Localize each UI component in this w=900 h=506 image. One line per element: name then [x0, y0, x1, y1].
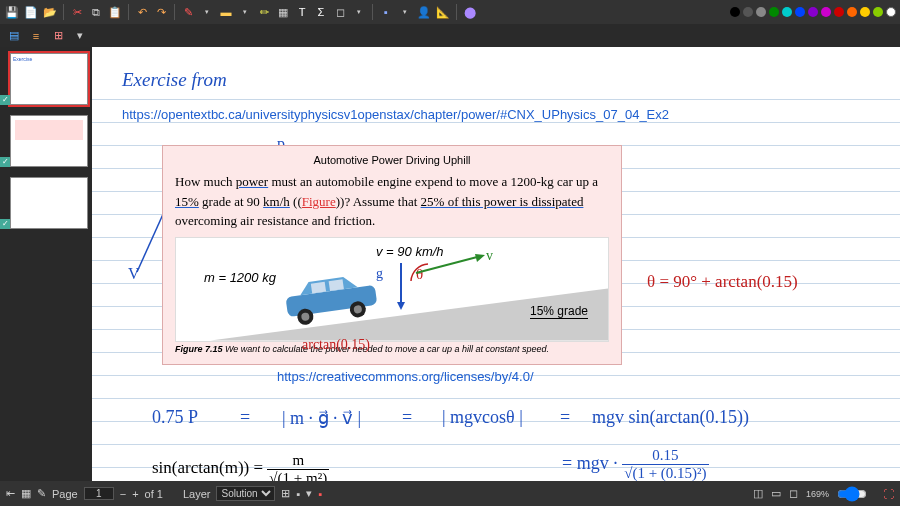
- layers-panel-icon[interactable]: ▦: [21, 487, 31, 500]
- select-icon[interactable]: ◻: [332, 4, 348, 20]
- thumbnail-sidebar: Exercise✓ ✓ ✓: [0, 47, 92, 481]
- color-swatch[interactable]: [730, 7, 740, 17]
- misc-icon[interactable]: ⬤: [462, 4, 478, 20]
- eq1-lhs: 0.75 P: [152, 407, 198, 428]
- diagram: v = 90 km/h m = 1200 kg 15% grade g θ: [175, 237, 609, 342]
- zoom-value: 169%: [806, 489, 829, 499]
- status-bar: ⇤ ▦ ✎ Page − + of 1 Layer Solution ⊞ ▪ ▾…: [0, 481, 900, 506]
- layer-tool-icon[interactable]: ▪: [318, 488, 322, 500]
- main-toolbar: 💾 📄 📂 ✂ ⧉ 📋 ↶ ↷ ✎ ▾ ▬ ▾ ✏ ▦ T Σ ◻ ▾ ▪ ▾ …: [0, 0, 900, 24]
- page-thumbnail[interactable]: [10, 177, 88, 229]
- dropdown-icon[interactable]: ▾: [199, 4, 215, 20]
- layer-tool-icon[interactable]: ▪: [296, 488, 300, 500]
- color-swatch[interactable]: [808, 7, 818, 17]
- color-palette: [730, 7, 896, 17]
- math-icon[interactable]: Σ: [313, 4, 329, 20]
- svg-marker-14: [397, 302, 405, 310]
- velocity-label: v = 90 km/h: [376, 244, 444, 259]
- annotations-icon[interactable]: ✎: [37, 487, 46, 500]
- save-icon[interactable]: 💾: [4, 4, 20, 20]
- paste-icon[interactable]: 📋: [107, 4, 123, 20]
- annotation-arctan: arctan(0.15): [302, 337, 370, 353]
- page-prev-icon[interactable]: −: [120, 488, 126, 500]
- color-swatch[interactable]: [834, 7, 844, 17]
- layer-select[interactable]: Solution: [216, 486, 275, 501]
- figure-link[interactable]: Figure: [302, 194, 336, 209]
- cut-icon[interactable]: ✂: [69, 4, 85, 20]
- annotation-g: g: [376, 266, 383, 282]
- open-icon[interactable]: 📂: [42, 4, 58, 20]
- fill-icon[interactable]: ▪: [378, 4, 394, 20]
- page-input[interactable]: [84, 487, 114, 500]
- eq1-p2: | mgvcosθ |: [442, 407, 523, 428]
- page-thumbnail[interactable]: Exercise: [10, 53, 88, 105]
- fullscreen-icon[interactable]: ⛶: [883, 488, 894, 500]
- eq1-p1: | m · g⃗ · v⃗ |: [282, 407, 361, 429]
- color-swatch[interactable]: [795, 7, 805, 17]
- figure-caption: Figure 7.15 We want to calculate the pow…: [175, 344, 609, 354]
- annotation-theta: θ: [416, 266, 423, 283]
- check-icon: ✓: [0, 157, 10, 167]
- color-swatch[interactable]: [743, 7, 753, 17]
- highlighter-icon[interactable]: ✏: [256, 4, 272, 20]
- ruler-icon[interactable]: 📐: [435, 4, 451, 20]
- secondary-toolbar: ▤ ≡ ⊞ ▾: [0, 24, 900, 47]
- page-next-icon[interactable]: +: [132, 488, 138, 500]
- undo-icon[interactable]: ↶: [134, 4, 150, 20]
- page-label: Page: [52, 488, 78, 500]
- problem-header: Automotive Power Driving Uphill: [175, 154, 609, 166]
- layers-icon[interactable]: ▤: [6, 28, 22, 44]
- canvas-area[interactable]: Exercise from https://opentextbc.ca/univ…: [92, 47, 900, 481]
- dropdown-icon[interactable]: ▾: [351, 4, 367, 20]
- page-of-label: of 1: [145, 488, 163, 500]
- eraser-icon[interactable]: ▬: [218, 4, 234, 20]
- shapes-icon[interactable]: ▦: [275, 4, 291, 20]
- color-swatch[interactable]: [873, 7, 883, 17]
- stack-icon[interactable]: ≡: [28, 28, 44, 44]
- color-swatch[interactable]: [860, 7, 870, 17]
- color-swatch[interactable]: [847, 7, 857, 17]
- layer-label: Layer: [183, 488, 211, 500]
- view-mode-icon[interactable]: ◫: [753, 487, 763, 500]
- down-icon[interactable]: ▾: [72, 28, 88, 44]
- grid-icon[interactable]: ⊞: [50, 28, 66, 44]
- pen-icon[interactable]: ✎: [180, 4, 196, 20]
- new-doc-icon[interactable]: 📄: [23, 4, 39, 20]
- eq-sign: =: [240, 407, 250, 428]
- page-thumbnail[interactable]: [10, 115, 88, 167]
- svg-marker-16: [475, 254, 485, 262]
- image-icon[interactable]: 👤: [416, 4, 432, 20]
- color-swatch[interactable]: [886, 7, 896, 17]
- text-icon[interactable]: T: [294, 4, 310, 20]
- zoom-slider[interactable]: [837, 485, 867, 503]
- source-link[interactable]: https://opentextbc.ca/universityphysicsv…: [122, 107, 669, 122]
- check-icon: ✓: [0, 219, 10, 229]
- dropdown-icon[interactable]: ▾: [237, 4, 253, 20]
- problem-box: Automotive Power Driving Uphill How much…: [162, 145, 622, 365]
- layer-tool-icon[interactable]: ⊞: [281, 487, 290, 500]
- eq1-p3: mgv sin(arctan(0.15)): [592, 407, 749, 428]
- view-mode-icon[interactable]: ◻: [789, 487, 798, 500]
- redo-icon[interactable]: ↷: [153, 4, 169, 20]
- color-swatch[interactable]: [782, 7, 792, 17]
- g-vector: [391, 258, 411, 313]
- check-icon: ✓: [0, 95, 10, 105]
- mass-label: m = 1200 kg: [204, 270, 276, 285]
- view-mode-icon[interactable]: ▭: [771, 487, 781, 500]
- eq-sign: =: [402, 407, 412, 428]
- title-text: Exercise from: [122, 69, 227, 91]
- copy-icon[interactable]: ⧉: [88, 4, 104, 20]
- cc-link[interactable]: https://creativecommons.org/licenses/by/…: [277, 369, 534, 384]
- nav-first-icon[interactable]: ⇤: [6, 487, 15, 500]
- eq-sign: =: [560, 407, 570, 428]
- dropdown-icon[interactable]: ▾: [397, 4, 413, 20]
- color-swatch[interactable]: [769, 7, 779, 17]
- color-swatch[interactable]: [821, 7, 831, 17]
- grade-label: 15% grade: [530, 304, 588, 319]
- eq3: = mgv · 0.15√(1 + (0.15)²): [562, 447, 709, 481]
- layer-tool-icon[interactable]: ▾: [306, 487, 312, 500]
- annotation-vec-v: v: [486, 248, 493, 264]
- color-swatch[interactable]: [756, 7, 766, 17]
- theta-equation: θ = 90° + arctan(0.15): [647, 272, 798, 292]
- sin-arctan-formula: sin(arctan(m)) = m√(1 + m²): [152, 452, 329, 481]
